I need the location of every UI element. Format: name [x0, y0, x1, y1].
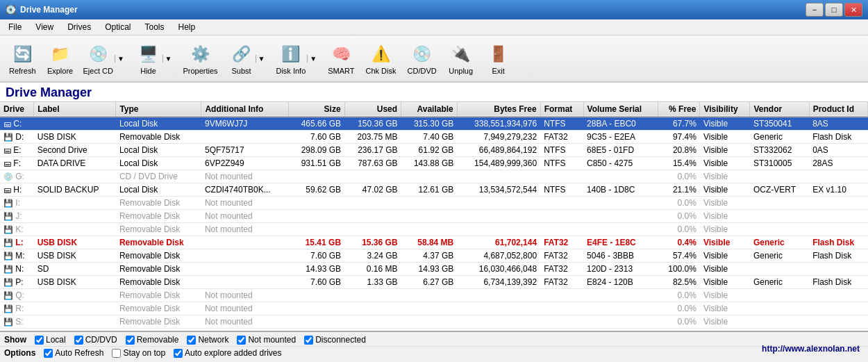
show-cddvd-checkbox[interactable]: [74, 336, 83, 345]
table-row[interactable]: 💾 N:SDRemovable Disk14.93 GB0.16 MB14.93…: [0, 263, 868, 276]
show-local[interactable]: Local: [35, 335, 66, 345]
menu-help[interactable]: Help: [173, 21, 201, 33]
eject-dropdown-arrow[interactable]: ▼: [115, 55, 124, 63]
smart-button[interactable]: 🧠 SMART: [323, 38, 359, 79]
table-cell: 143.88 GB: [401, 157, 458, 170]
eject-button[interactable]: 💿 Eject CD ▼: [80, 40, 130, 77]
exit-button[interactable]: 🚪 Exit: [481, 38, 517, 79]
refresh-button[interactable]: 🔄 Refresh: [4, 38, 41, 79]
unplug-button[interactable]: 🔌 Unplug: [443, 38, 479, 79]
table-row[interactable]: 💾 I:Removable DiskNot mounted0.0%Visible: [0, 197, 868, 210]
maximize-button[interactable]: □: [825, 3, 843, 17]
hide-button[interactable]: 🖥️ Hide ▼: [131, 38, 177, 79]
table-row[interactable]: 🖴 E:Second DriveLocal Disk5QF75717298.09…: [0, 144, 868, 157]
table-row[interactable]: 🖴 C:Local Disk9VM6WJ7J465.66 GB150.36 GB…: [0, 117, 868, 131]
diskinfo-button[interactable]: ℹ️ Disk Info ▼: [271, 38, 322, 79]
minimize-button[interactable]: −: [806, 3, 824, 17]
col-serial: Volume Serial: [583, 102, 658, 117]
options-label: Options: [4, 348, 35, 358]
chkdisk-button[interactable]: ⚠️ Chk Disk: [361, 38, 401, 79]
col-vendor: Vendor: [750, 102, 809, 117]
table-row[interactable]: 💿 G:CD / DVD DriveNot mounted0.0%Visible: [0, 170, 868, 183]
table-cell: [344, 223, 401, 236]
opt-autorefresh-checkbox[interactable]: [44, 349, 53, 358]
table-cell: [344, 210, 401, 223]
subst-dropdown-arrow[interactable]: ▼: [256, 55, 265, 63]
drive-icon: 💾: [3, 238, 13, 247]
table-cell: Visible: [700, 223, 750, 236]
menu-optical[interactable]: Optical: [99, 21, 136, 33]
table-row[interactable]: 💾 J:Removable DiskNot mounted0.0%Visible: [0, 210, 868, 223]
diskinfo-dropdown-arrow[interactable]: ▼: [307, 55, 317, 63]
table-cell: 💾 I:: [0, 197, 34, 210]
table-row[interactable]: 💾 R:Removable DiskNot mounted0.0%Visible: [0, 302, 868, 315]
opt-stayontop[interactable]: Stay on top: [112, 348, 165, 358]
menu-view[interactable]: View: [30, 21, 59, 33]
explore-button[interactable]: 📁 Explore: [42, 38, 78, 79]
col-type: Type: [116, 102, 201, 117]
table-cell: Generic: [750, 249, 809, 263]
table-cell: Visible: [700, 329, 750, 331]
table-cell: Flash Disk: [809, 249, 867, 263]
table-cell: SOLID BACKUP: [34, 183, 116, 197]
menu-file[interactable]: File: [3, 21, 27, 33]
table-cell: 0.0%: [658, 210, 700, 223]
col-drive: Drive: [0, 102, 34, 117]
table-cell: Visible: [700, 157, 750, 170]
opt-autorefresh[interactable]: Auto Refresh: [44, 348, 103, 358]
opt-stayontop-checkbox[interactable]: [112, 349, 121, 358]
opt-autoexplore-checkbox[interactable]: [174, 349, 183, 358]
table-row[interactable]: 🖴 H:SOLID BACKUPLocal DiskCZDI4740TB0K..…: [0, 183, 868, 197]
show-removable[interactable]: Removable: [126, 335, 179, 345]
table-row[interactable]: 💾 P:USB DISKRemovable Disk7.60 GB1.33 GB…: [0, 276, 868, 289]
table-cell: 14.93 GB: [288, 263, 344, 276]
show-local-checkbox[interactable]: [35, 336, 44, 345]
table-row[interactable]: 💾 S:Removable DiskNot mounted0.0%Visible: [0, 315, 868, 329]
table-row[interactable]: 💾 M:USB DISKRemovable Disk7.60 GB3.24 GB…: [0, 249, 868, 263]
show-removable-checkbox[interactable]: [126, 336, 135, 345]
table-cell: 9C35 - E2EA: [583, 131, 658, 144]
table-cell: Removable Disk: [116, 236, 201, 249]
table-cell: [34, 315, 116, 329]
table-cell: [809, 197, 867, 210]
title-bar: 💽 Drive Manager − □ ✕: [0, 0, 868, 19]
table-cell: [401, 315, 458, 329]
show-notmounted-checkbox[interactable]: [237, 336, 246, 345]
table-cell: 97.4%: [658, 131, 700, 144]
table-cell: 💾 K:: [0, 223, 34, 236]
show-label: Show: [4, 335, 26, 345]
opt-autoexplore[interactable]: Auto explore added drives: [174, 348, 281, 358]
table-row[interactable]: 💾 L:USB DISKRemovable Disk15.41 GB15.36 …: [0, 236, 868, 249]
table-cell: [583, 170, 658, 183]
table-row[interactable]: 💾 Q:Removable DiskNot mounted0.0%Visible: [0, 289, 868, 302]
menu-drives[interactable]: Drives: [62, 21, 97, 33]
table-cell: Visible: [700, 249, 750, 263]
drive-icon: 💾: [3, 265, 13, 273]
table-cell: ST310005: [750, 157, 809, 170]
table-row[interactable]: 💾 D:USB DISKRemovable Disk7.60 GB203.75 …: [0, 131, 868, 144]
subst-button[interactable]: 🔗 Subst ▼: [224, 38, 270, 79]
app-title: Drive Manager: [0, 83, 868, 102]
close-button[interactable]: ✕: [844, 3, 862, 17]
show-disconnected[interactable]: Disconnected: [304, 335, 366, 345]
show-disconnected-checkbox[interactable]: [304, 336, 313, 345]
cddvd-button[interactable]: 💿 CD/DVD: [403, 38, 442, 79]
show-notmounted[interactable]: Not mounted: [237, 335, 296, 345]
show-network-checkbox[interactable]: [187, 336, 196, 345]
table-cell: 338,551,934,976: [457, 117, 540, 131]
table-cell: [288, 302, 344, 315]
table-row[interactable]: 💾 T:Removable DiskNot mounted0.0%Visible: [0, 329, 868, 331]
show-network[interactable]: Network: [187, 335, 228, 345]
website-link[interactable]: http://www.alexnolan.net: [762, 344, 860, 354]
table-row[interactable]: 💾 K:Removable DiskNot mounted0.0%Visible: [0, 223, 868, 236]
table-cell: Removable Disk: [116, 210, 201, 223]
table-row[interactable]: 🖴 F:DATA DRIVELocal Disk6VP2Z949931.51 G…: [0, 157, 868, 170]
properties-button[interactable]: ⚙️ Properties: [178, 38, 222, 79]
hide-dropdown-arrow[interactable]: ▼: [162, 55, 172, 63]
table-cell: [34, 329, 116, 331]
table-cell: 57.4%: [658, 249, 700, 263]
show-cddvd[interactable]: CD/DVD: [74, 335, 117, 345]
menu-tools[interactable]: Tools: [140, 21, 170, 33]
table-cell: [34, 170, 116, 183]
eject-label: Eject CD: [83, 67, 113, 75]
